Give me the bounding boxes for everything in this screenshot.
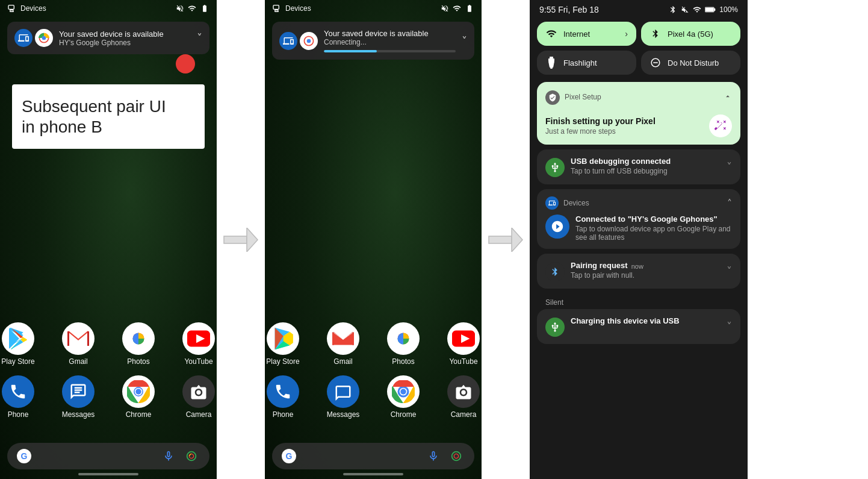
notification-card-2[interactable]: Your saved device is available Connectin… [272,22,474,60]
wifi-icon-1 [188,4,196,13]
app-camera-1[interactable]: Camera [179,375,217,419]
app-label-playstore-2: Play Store [266,357,299,366]
tile-internet[interactable]: Internet › [537,22,636,46]
notif-text-2: Your saved device is available Connectin… [324,29,456,52]
app-camera-2[interactable]: Camera [444,375,482,419]
svg-point-26 [452,452,461,461]
app-label-chrome-2: Chrome [391,410,417,419]
notification-shade: 9:55 Fri, Feb 18 100% Internet › Pixel 4… [530,0,748,479]
notif-pixel-setup[interactable]: Pixel Setup Finish setting up your Pixel… [537,82,740,145]
devices-body-icon [545,214,569,239]
app-phone-1[interactable]: Phone [0,375,37,419]
pairing-sub: Tap to pair with null. [571,271,721,280]
battery-icon-2 [465,4,474,13]
pairing-body: Pairing request now Tap to pair with nul… [571,261,721,280]
app-phone-2[interactable]: Phone [265,375,302,419]
dock-mic-1[interactable] [160,448,177,465]
app-chrome-2[interactable]: Chrome [384,375,423,419]
app-playstore-1[interactable]: Play Store [0,322,37,366]
status-app-label-1: Devices [20,4,46,13]
tile-dnd-label: Do Not Disturb [668,58,719,67]
phone-panel-1: Devices Your saved device is available H… [0,0,217,479]
battery-icon-1 [200,4,209,13]
pixel-setup-expand[interactable] [724,91,732,104]
dock-lens-1[interactable] [183,448,200,465]
red-dot [176,54,195,74]
svg-rect-12 [224,236,247,243]
app-label-photos-2: Photos [392,357,414,366]
tile-flashlight[interactable]: Flashlight [537,51,636,75]
notif-icons-row-1 [14,29,53,47]
app-label-camera-1: Camera [186,410,212,419]
playstore-icon-wrap-2 [267,322,299,355]
usb-debug-body: USB debugging connected Tap to turn off … [571,157,721,175]
google-g-2[interactable]: G [282,449,296,463]
dock-lens-2[interactable] [448,448,465,465]
svg-point-9 [135,389,141,395]
pixel-setup-app-label: Pixel Setup [565,93,601,101]
usb-debug-title: USB debugging connected [571,157,721,166]
app-youtube-1[interactable]: YouTube [179,322,217,366]
notif-devices[interactable]: Devices ˄ Connected to "HY's Google Gpho… [537,189,740,249]
shade-wifi-icon [693,5,701,14]
status-bar-right-2 [441,4,474,13]
notif-title-1: Your saved device is available [59,30,191,39]
svg-rect-28 [489,236,512,243]
dock-2: G [272,443,474,469]
usb-debug-sub: Tap to turn off USB debugging [571,167,721,175]
usb-debug-expand[interactable]: ˅ [727,160,732,174]
app-row-1-top: Play Store Gmail [0,322,217,366]
notif-chevron-2[interactable]: ˅ [462,34,467,48]
status-bar-2: Devices [265,0,482,17]
notif-chevron-1[interactable]: ˅ [197,31,202,45]
devices-connected-title: Connected to "HY's Google Gphones" [575,214,732,224]
notif-devices-icon-2 [279,32,297,50]
camera-icon-wrap-1 [182,375,215,408]
notif-pairing[interactable]: Pairing request now Tap to pair with nul… [537,254,740,289]
svg-rect-14 [273,5,279,10]
notif-usb-debug[interactable]: USB debugging connected Tap to turn off … [537,149,740,184]
app-photos-2[interactable]: Photos [384,322,423,366]
app-gmail-2[interactable]: Gmail [324,322,362,366]
app-grid-2: Play Store Gmail [265,322,482,419]
dock-mic-2[interactable] [425,448,442,465]
status-bar-right-1 [176,4,209,13]
svg-rect-0 [8,5,14,10]
shade-time: 9:55 Fri, Feb 18 [539,5,599,14]
pairing-title: Pairing request [571,261,628,270]
notif-title-2: Your saved device is available [324,29,456,38]
tile-dnd[interactable]: Do Not Disturb [641,51,740,75]
app-photos-1[interactable]: Photos [119,322,158,366]
google-g-1[interactable]: G [17,449,31,463]
phone-panel-2: Devices Your saved device is available C… [265,0,482,479]
notif-subtitle-2: Connecting... [324,38,456,46]
app-label-gmail-2: Gmail [333,357,352,366]
tile-internet-arrow: › [625,29,628,39]
wifi-icon-2 [453,4,461,13]
charging-expand[interactable]: ˅ [727,320,732,333]
app-gmail-1[interactable]: Gmail [59,322,98,366]
bt-tile-icon [649,28,662,40]
notification-card-1[interactable]: Your saved device is available HY's Goog… [7,22,209,54]
app-playstore-2[interactable]: Play Store [265,322,302,366]
app-youtube-2[interactable]: YouTube [444,322,482,366]
app-messages-1[interactable]: Messages [59,375,98,419]
pairing-icon [545,262,565,281]
notif-charging[interactable]: Charging this device via USB ˅ [537,309,740,344]
devices-notif-expand[interactable]: ˄ [727,198,732,209]
tile-flashlight-label: Flashlight [563,58,597,67]
app-label-camera-2: Camera [451,410,477,419]
app-messages-2[interactable]: Messages [324,375,362,419]
chrome-icon-wrap-2 [387,375,420,408]
tile-pixel4a-label: Pixel 4a (5G) [668,30,713,39]
tile-pixel4a[interactable]: Pixel 4a (5G) [641,22,740,46]
app-chrome-1[interactable]: Chrome [119,375,158,419]
pairing-expand[interactable]: ˅ [727,265,732,278]
dock-1: G [7,443,209,469]
playstore-icon-wrap-1 [2,322,34,355]
label-box-text: Subsequent pair UIin phone B [22,96,195,137]
app-row-2-top: Play Store Gmail [265,322,482,366]
progress-bar-2 [324,50,456,52]
notif-devices-icon-1 [14,29,33,47]
shade-icons: 100% [669,5,738,14]
